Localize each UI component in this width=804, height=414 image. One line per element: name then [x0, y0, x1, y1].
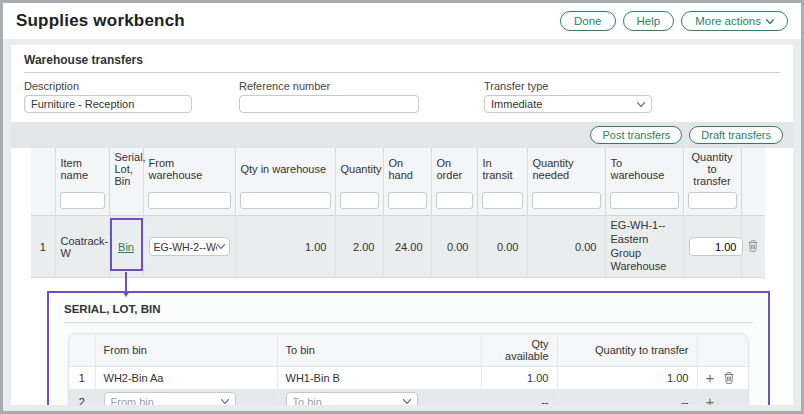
quantity-to-transfer-input[interactable] [689, 237, 743, 256]
row-actions-cell [741, 216, 765, 278]
on-order-cell: 0.00 [431, 216, 477, 278]
plus-icon[interactable]: + [706, 370, 715, 385]
col-item-name: Item name [55, 148, 109, 190]
titlebar-actions: Done Help More actions [560, 11, 788, 31]
description-field: Description [24, 80, 192, 113]
item-name-cell: Coatrack-W [55, 216, 109, 278]
chevron-down-icon [217, 244, 225, 249]
bin-row-actions: + [697, 367, 748, 389]
col-on-hand: On hand [383, 148, 431, 190]
reference-number-field: Reference number [239, 80, 419, 113]
col-from-bin: From bin [95, 334, 277, 367]
qty-available-cell: -- [481, 389, 557, 406]
from-bin-select[interactable]: From bin [104, 392, 236, 406]
chevron-down-icon [637, 102, 645, 107]
transfer-type-label: Transfer type [484, 80, 652, 92]
description-input[interactable] [24, 95, 192, 113]
transfer-type-field: Transfer type Immediate [484, 80, 652, 113]
col-quantity: Quantity [335, 148, 383, 190]
table-filter-row [31, 190, 765, 216]
filter-to-warehouse[interactable] [610, 192, 679, 209]
qty-available-cell: 1.00 [481, 367, 557, 389]
table-row: 1 Coatrack-W Bin EG-WH-2--Western Gr [31, 216, 765, 278]
app-window: Supplies workbench Done Help More action… [0, 0, 804, 414]
section-title: Warehouse transfers [24, 53, 780, 73]
actions-header [741, 148, 765, 190]
col-qty-available: Qty available [481, 334, 557, 367]
on-hand-cell: 24.00 [383, 216, 431, 278]
bin-actions-header [697, 334, 748, 367]
transfer-form: Description Reference number Transfer ty… [11, 73, 793, 122]
filter-qty-in-warehouse[interactable] [240, 192, 331, 209]
help-button[interactable]: Help [623, 11, 675, 31]
done-button[interactable]: Done [560, 11, 616, 31]
from-bin-cell: WH2-Bin Aa [95, 367, 277, 389]
more-actions-button[interactable]: More actions [681, 11, 788, 31]
serial-lot-bin-panel: SERIAL, LOT, BIN From bin To bin [47, 291, 770, 405]
row-number: 1 [31, 216, 55, 278]
col-serial-lot-bin: Serial, Lot, Bin [109, 148, 143, 190]
filter-quantity-needed[interactable] [532, 192, 601, 209]
page-title: Supplies workbench [16, 11, 185, 31]
reference-number-label: Reference number [239, 80, 419, 92]
from-warehouse-select[interactable]: EG-WH-2--Western Gr [149, 237, 230, 256]
to-bin-cell: To bin [277, 389, 481, 406]
bin-row-number: 2 [69, 389, 95, 406]
to-bin-cell: WH1-Bin B [277, 367, 481, 389]
bin-link[interactable]: Bin [118, 241, 134, 253]
bin-row-number: 1 [69, 367, 95, 389]
from-bin-cell: From bin [95, 389, 277, 406]
bin-table-header-row: From bin To bin Qty available Quantity t… [69, 334, 748, 367]
annotation-arrow [125, 272, 127, 293]
title-bar: Supplies workbench Done Help More action… [3, 3, 801, 39]
table-header-row: Item name Serial, Lot, Bin From warehous… [31, 148, 765, 190]
draft-transfers-button[interactable]: Draft transfers [689, 126, 783, 144]
transfer-type-select[interactable]: Immediate [484, 95, 652, 113]
filter-in-transit[interactable] [482, 192, 523, 209]
bin-table-row: 2 From bin To bin [69, 389, 748, 406]
bin-rownum-header [69, 334, 95, 367]
page-background: Warehouse transfers Description Referenc… [3, 39, 801, 411]
quantity-needed-cell: 0.00 [527, 216, 605, 278]
chevron-down-icon [403, 399, 411, 404]
bin-table-card: From bin To bin Qty available Quantity t… [68, 333, 749, 405]
filter-on-hand[interactable] [388, 192, 427, 209]
warehouse-transfers-card: Warehouse transfers Description Referenc… [11, 45, 793, 405]
filter-on-order[interactable] [436, 192, 473, 209]
in-transit-cell: 0.00 [477, 216, 527, 278]
reference-number-input[interactable] [239, 95, 419, 113]
filter-from-warehouse[interactable] [148, 192, 231, 209]
filter-quantity-to-transfer[interactable] [688, 192, 737, 209]
filter-item-name[interactable] [60, 192, 105, 209]
col-to-warehouse: To warehouse [605, 148, 683, 190]
trash-icon[interactable] [747, 239, 759, 252]
col-quantity-needed: Quantity needed [527, 148, 605, 190]
bin-table: From bin To bin Qty available Quantity t… [69, 334, 748, 405]
col-in-transit: In transit [477, 148, 527, 190]
quantity-cell: 2.00 [335, 216, 383, 278]
serial-lot-bin-cell: Bin [109, 216, 143, 278]
rownum-header [31, 148, 55, 190]
to-bin-select[interactable]: To bin [286, 392, 418, 406]
from-warehouse-cell: EG-WH-2--Western Gr [143, 216, 235, 278]
trash-icon[interactable] [723, 371, 735, 384]
bin-table-row: 1 WH2-Bin Aa WH1-Bin B 1.00 1.00 + [69, 367, 748, 389]
col-on-order: On order [431, 148, 477, 190]
col-from-warehouse: From warehouse [143, 148, 235, 190]
description-label: Description [24, 80, 192, 92]
grid-toolbar: Post transfers Draft transfers [11, 122, 793, 148]
qty-in-warehouse-cell: 1.00 [235, 216, 335, 278]
bin-quantity-to-transfer-cell: 1.00 [557, 367, 697, 389]
to-warehouse-cell: EG-WH-1--Eastern Group Warehouse [605, 216, 683, 278]
post-transfers-button[interactable]: Post transfers [590, 126, 682, 144]
bin-row-actions: + [697, 389, 748, 406]
plus-icon[interactable]: + [706, 394, 715, 405]
filter-quantity[interactable] [340, 192, 379, 209]
col-to-bin: To bin [277, 334, 481, 367]
bin-quantity-to-transfer-cell: -- [557, 389, 697, 406]
chevron-down-icon [221, 399, 229, 404]
col-quantity-to-transfer: Quantity to transfer [683, 148, 741, 190]
chevron-down-icon [766, 19, 774, 24]
serial-lot-bin-panel-title: SERIAL, LOT, BIN [64, 300, 753, 323]
quantity-to-transfer-cell [683, 216, 741, 278]
